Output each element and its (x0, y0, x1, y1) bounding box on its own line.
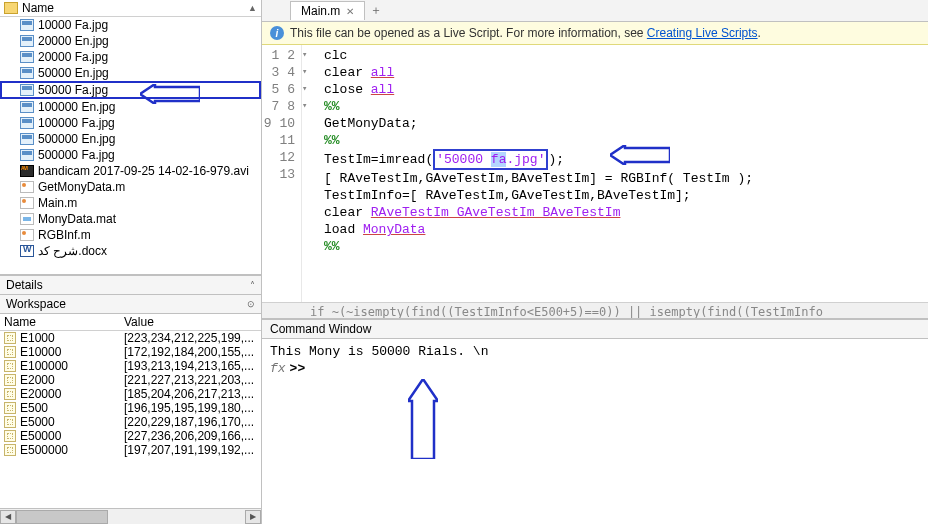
file-name: GetMonyData.m (38, 180, 125, 194)
m-file-icon (20, 197, 34, 209)
var-name: E10000 (4, 345, 124, 359)
file-item[interactable]: RGBInf.m (0, 227, 261, 243)
var-name: E1000 (4, 331, 124, 345)
var-name: E2000 (4, 373, 124, 387)
file-item[interactable]: MonyData.mat (0, 211, 261, 227)
info-icon: i (270, 26, 284, 40)
add-tab-button[interactable]: ＋ (367, 2, 385, 20)
var-name: E50000 (4, 429, 124, 443)
workspace-row[interactable]: E10000[172,192,184,200,155,... (0, 345, 261, 359)
file-name: 50000 En.jpg (38, 66, 109, 80)
command-prompt-line[interactable]: fx>> (270, 360, 920, 377)
var-value: [221,227,213,221,203,... (124, 373, 257, 387)
var-value: [223,234,212,225,199,... (124, 331, 257, 345)
file-item[interactable]: 50000 En.jpg (0, 65, 261, 81)
file-item[interactable]: 100000 En.jpg (0, 99, 261, 115)
file-name: 50000 Fa.jpg (38, 83, 108, 97)
code-editor[interactable]: 1 2 3 4 5 6 7 8 9 10 11 12 13 ▾ ▾ ▾ ▾ cl… (262, 45, 928, 302)
matrix-icon (4, 360, 16, 372)
img-file-icon (20, 149, 34, 161)
creating-live-scripts-link[interactable]: Creating Live Scripts (647, 26, 758, 40)
scroll-thumb[interactable] (16, 510, 108, 524)
chevron-up-icon[interactable]: ˄ (250, 280, 255, 291)
workspace-row[interactable]: E5000[220,229,187,196,170,... (0, 415, 261, 429)
file-item[interactable]: 10000 Fa.jpg (0, 17, 261, 33)
workspace-table-header[interactable]: Name Value (0, 314, 261, 331)
file-item[interactable]: 20000 Fa.jpg (0, 49, 261, 65)
close-icon[interactable]: ✕ (346, 6, 354, 17)
file-name: 10000 Fa.jpg (38, 18, 108, 32)
file-name: 20000 En.jpg (38, 34, 109, 48)
img-file-icon (20, 51, 34, 63)
file-item[interactable]: 500000 Fa.jpg (0, 147, 261, 163)
command-window-title: Command Window (270, 322, 371, 336)
info-suffix: . (758, 26, 761, 40)
editor-tab-bar: Main.m ✕ ＋ (262, 0, 928, 22)
info-text: This file can be opened as a Live Script… (290, 26, 761, 40)
var-value: [196,195,195,199,180,... (124, 401, 257, 415)
file-item[interactable]: bandicam 2017-09-25 14-02-16-979.avi (0, 163, 261, 179)
img-file-icon (20, 35, 34, 47)
file-item[interactable]: GetMonyData.m (0, 179, 261, 195)
right-column: Main.m ✕ ＋ i This file can be opened as … (262, 0, 928, 524)
workspace-row[interactable]: E2000[221,227,213,221,203,... (0, 373, 261, 387)
var-value: [227,236,206,209,166,... (124, 429, 257, 443)
file-item[interactable]: Main.m (0, 195, 261, 211)
command-window-header[interactable]: Command Window (262, 320, 928, 339)
partial-line: if ~(~isempty(find((TestImInfo<E500+5)==… (262, 302, 928, 318)
workspace-header[interactable]: Workspace ⊙ (0, 295, 261, 314)
command-window-body[interactable]: This Mony is 50000 Rials. \n fx>> (262, 339, 928, 524)
workspace-panel: Workspace ⊙ Name Value E1000[223,234,212… (0, 295, 261, 524)
annotation-arrow-command (408, 379, 438, 459)
m-file-icon (20, 229, 34, 241)
tab-label: Main.m (301, 4, 340, 18)
column-name: Name (22, 1, 246, 15)
matrix-icon (4, 388, 16, 400)
var-name: E500000 (4, 443, 124, 457)
workspace-body: E1000[223,234,212,225,199,...E10000[172,… (0, 331, 261, 508)
file-item[interactable]: 50000 Fa.jpg (0, 81, 261, 99)
fold-column[interactable]: ▾ ▾ ▾ ▾ (302, 45, 316, 302)
scroll-track[interactable] (16, 510, 245, 524)
m-file-icon (20, 181, 34, 193)
workspace-row[interactable]: E500[196,195,195,199,180,... (0, 401, 261, 415)
var-value: [193,213,194,213,165,... (124, 359, 257, 373)
details-panel-header[interactable]: Details ˄ (0, 275, 261, 295)
avi-file-icon (20, 165, 34, 177)
workspace-row[interactable]: E500000[197,207,191,199,192,... (0, 443, 261, 457)
tab-main-m[interactable]: Main.m ✕ (290, 1, 365, 20)
sort-caret-icon: ▲ (248, 3, 257, 13)
file-item[interactable]: 20000 En.jpg (0, 33, 261, 49)
doc-file-icon (20, 245, 34, 257)
file-name: شرح کد.docx (38, 244, 107, 258)
workspace-row[interactable]: E20000[185,204,206,217,213,... (0, 387, 261, 401)
matrix-icon (4, 430, 16, 442)
scroll-left-button[interactable]: ◀ (0, 510, 16, 524)
workspace-row[interactable]: E50000[227,236,206,209,166,... (0, 429, 261, 443)
annotation-arrow-editor (610, 145, 670, 165)
file-item[interactable]: 500000 En.jpg (0, 131, 261, 147)
info-prefix: This file can be opened as a Live Script… (290, 26, 647, 40)
col-name: Name (4, 315, 124, 329)
workspace-dropdown-icon[interactable]: ⊙ (247, 299, 255, 309)
matrix-icon (4, 444, 16, 456)
scroll-right-button[interactable]: ▶ (245, 510, 261, 524)
details-title: Details (6, 278, 43, 292)
left-column: Name ▲ 10000 Fa.jpg20000 En.jpg20000 Fa.… (0, 0, 262, 524)
workspace-row[interactable]: E1000[223,234,212,225,199,... (0, 331, 261, 345)
file-name: Main.m (38, 196, 77, 210)
file-item[interactable]: شرح کد.docx (0, 243, 261, 259)
fx-icon[interactable]: fx (270, 361, 286, 376)
line-number-gutter: 1 2 3 4 5 6 7 8 9 10 11 12 13 (262, 45, 302, 302)
matrix-icon (4, 332, 16, 344)
file-item[interactable]: 100000 Fa.jpg (0, 115, 261, 131)
img-file-icon (20, 117, 34, 129)
matrix-icon (4, 402, 16, 414)
workspace-hscroll[interactable]: ◀ ▶ (0, 508, 261, 524)
var-name: E500 (4, 401, 124, 415)
workspace-row[interactable]: E100000[193,213,194,213,165,... (0, 359, 261, 373)
file-browser-header[interactable]: Name ▲ (0, 0, 261, 17)
matrix-icon (4, 416, 16, 428)
matrix-icon (4, 374, 16, 386)
code-content[interactable]: clc clear all close all %% GetMonyData; … (316, 45, 928, 302)
